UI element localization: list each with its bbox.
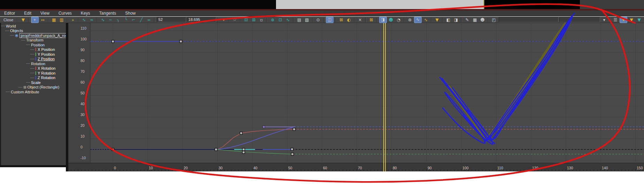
value-ruler-gutter [68,23,90,171]
x-axis-label: 20 [184,166,188,170]
y-axis-label: 70 [80,69,85,74]
x-axis-label: 30 [219,166,223,170]
bottom-white [68,171,644,185]
y-axis-label: 80 [80,59,85,63]
x-axis-label: 110 [497,166,503,170]
x-axis-label: 60 [323,166,327,170]
bottom-left-white [0,167,66,185]
y-axis-label: 40 [80,102,85,106]
x-axis-label: 90 [428,166,432,170]
keyframe[interactable] [291,153,294,155]
x-axis-label: 0 [114,166,116,170]
x-axis-label: 150 [637,166,643,170]
y-axis-label: 50 [80,91,85,95]
keyframe[interactable] [112,148,114,151]
curve-editor-window: EditorEditViewCurvesKeysTangentsShow Clo… [0,0,644,185]
y-axis-label: 10 [80,134,85,138]
tangent-handle-point[interactable] [263,126,265,128]
y-axis-label: 110 [80,26,86,30]
x-axis-label: 50 [288,166,292,170]
panel-bottom-border [0,165,66,167]
y-axis-label: -10 [80,156,86,160]
keyframe[interactable] [243,148,245,151]
x-axis-label: 120 [532,166,538,170]
x-axis-label: 40 [253,166,258,170]
keyframe[interactable] [215,148,217,151]
keyframe[interactable] [240,132,243,134]
y-axis-label: 20 [80,123,85,128]
keyframe[interactable] [112,40,114,43]
y-axis-label: 0 [80,145,83,149]
y-axis-label: 100 [80,37,87,41]
y-axis-label: 30 [80,113,85,117]
x-axis-label: 140 [602,166,608,170]
plot-background [90,23,644,163]
panel-graph-divider [66,23,68,171]
keyframe[interactable] [291,148,293,151]
x-axis-label: 70 [358,166,362,170]
x-axis-label: 130 [567,166,573,170]
keyframe[interactable] [293,128,296,131]
x-axis-label: 10 [149,166,153,170]
y-axis-label: 60 [80,80,85,84]
keyframe[interactable] [180,40,182,43]
curve-graph[interactable]: 1101009080706050403020100-10010203040506… [0,0,644,185]
x-axis-label: 100 [462,166,469,170]
x-axis-label: 80 [393,166,397,170]
keyframe[interactable] [243,151,245,154]
y-axis-label: 90 [80,48,85,52]
